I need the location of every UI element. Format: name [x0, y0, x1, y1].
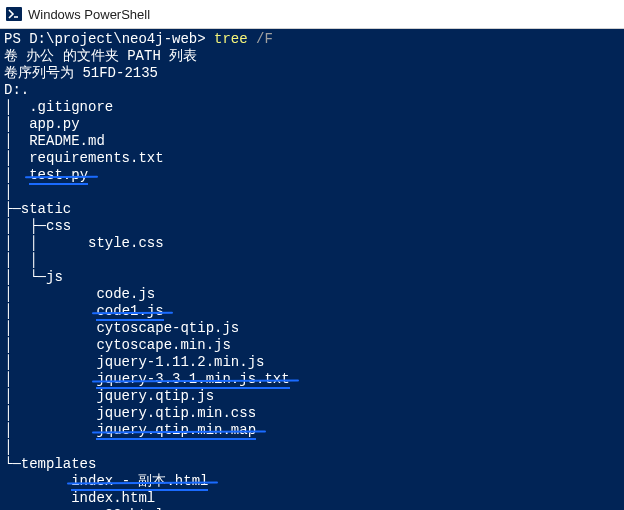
terminal-output[interactable]: PS D:\project\neo4j-web> tree /F 卷 办公 的文… [0, 29, 624, 510]
file-qtipmap-prefix: │ [4, 422, 96, 438]
file-style-css: │ │ style.css [4, 235, 164, 251]
file-index-copy: index - 副本.html [71, 473, 208, 491]
dir-js: │ └─js [4, 269, 63, 285]
file-code1-prefix: │ [4, 303, 96, 319]
out-volume: 卷 办公 的文件夹 PATH 列表 [4, 48, 197, 64]
file-code-js: │ code.js [4, 286, 155, 302]
titlebar-text: Windows PowerShell [28, 7, 150, 22]
file-qtip-css: │ jquery.qtip.min.css [4, 405, 256, 421]
file-index-copy-prefix [4, 473, 71, 489]
dir-static: ├─static [4, 201, 71, 217]
file-readme: │ README.md [4, 133, 105, 149]
file-apppy: │ app.py [4, 116, 80, 132]
out-serial: 卷序列号为 51FD-2135 [4, 65, 158, 81]
file-code1-js: code1.js [96, 303, 163, 321]
js-end: │ [4, 439, 12, 455]
file-gitignore: │ .gitignore [4, 99, 113, 115]
file-testpy-prefix: │ [4, 167, 29, 183]
command-tree: tree [214, 31, 248, 47]
file-jquery3-prefix: │ [4, 371, 96, 387]
powershell-window: Windows PowerShell PS D:\project\neo4j-w… [0, 0, 624, 510]
powershell-icon [6, 6, 22, 22]
file-cytoscape-qtip: │ cytoscape-qtip.js [4, 320, 239, 336]
file-cytoscape-min: │ cytoscape.min.js [4, 337, 231, 353]
prompt-path: D:\project\neo4j-web> [29, 31, 205, 47]
file-testpy: test.py [29, 167, 88, 185]
prompt-ps: PS [4, 31, 29, 47]
titlebar[interactable]: Windows PowerShell [0, 0, 624, 29]
file-jquery1: │ jquery-1.11.2.min.js [4, 354, 264, 370]
dir-templates: └─templates [4, 456, 96, 472]
command-flag: /F [256, 31, 273, 47]
file-jquery3: jquery-3.3.1.min.js.txt [96, 371, 289, 389]
file-qtip-js: │ jquery.qtip.js [4, 388, 214, 404]
file-index-html: index.html [4, 490, 155, 506]
out-root: D:. [4, 82, 29, 98]
dir-css: │ ├─css [4, 218, 71, 234]
file-qtip-map: jquery.qtip.min.map [96, 422, 256, 440]
css-blank: │ │ [4, 252, 38, 268]
root-end: │ [4, 184, 12, 200]
file-requirements: │ requirements.txt [4, 150, 164, 166]
